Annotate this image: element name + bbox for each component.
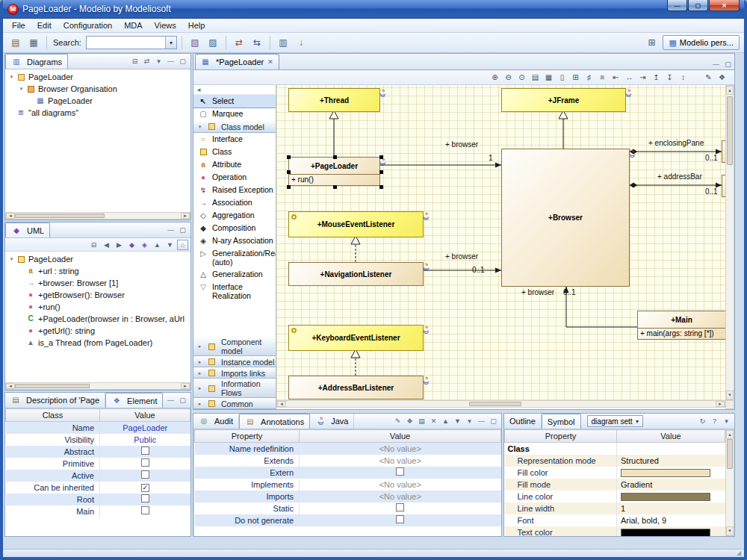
element-table-row-name[interactable]: NamePageLoader (6, 422, 190, 434)
diagrams-item-browser-organisation[interactable]: ▾Browser Organisation (5, 83, 190, 95)
diagrams-hscrollbar-right-arrow[interactable]: ► (181, 213, 190, 219)
grid-icon[interactable]: ⊞ (569, 72, 582, 84)
primitive-checkbox[interactable] (141, 458, 149, 467)
canvas-vscrollbar-thumb[interactable] (727, 96, 733, 165)
zoom-in-icon[interactable]: ⊕ (489, 72, 501, 84)
expander-icon[interactable]: ▾ (7, 74, 16, 80)
root-checkbox[interactable] (141, 494, 149, 503)
palette-item-generalization[interactable]: △Generalization (193, 268, 276, 281)
annotate-icon[interactable]: ✎ (392, 416, 403, 426)
diagrams-hscrollbar-thumb[interactable] (15, 214, 105, 218)
element-table-row-root[interactable]: Root (6, 494, 190, 505)
palette-item-attribute[interactable]: aAttribute (193, 158, 276, 171)
palette-item-interface-realization[interactable]: ▽Interface Realization (193, 281, 276, 302)
align-center-icon[interactable]: ↔ (623, 72, 636, 84)
uml-view-tab[interactable]: ◆ UML (5, 223, 50, 237)
palette-group-imports-links[interactable]: ▸Imports links (193, 367, 276, 379)
element-table-row-primitive[interactable]: Primitive (6, 458, 190, 470)
symbol-table-row-class[interactable]: Class (505, 443, 725, 455)
diagrams-hscrollbar-track[interactable] (15, 213, 181, 219)
menu-mda[interactable]: MDA (118, 19, 148, 31)
maximize-icon[interactable]: ▢ (177, 225, 188, 235)
uml-item-geturl-string[interactable]: ●+getUrl(): string (5, 325, 190, 337)
minimize-icon[interactable]: — (710, 59, 722, 69)
palette-item-generalization-realization-auto[interactable]: ▷Generalization/Realization (auto) (193, 247, 276, 268)
canvas-hscrollbar-left-arrow[interactable]: ◄ (277, 401, 286, 407)
selection-handle[interactable] (379, 185, 383, 189)
open-perspective-icon[interactable]: ⊞ (643, 35, 660, 50)
editor-tab-pageloader[interactable]: ▦ *PageLoader ✕ (195, 54, 279, 69)
canvas-hscrollbar-track[interactable] (286, 401, 716, 407)
palette-tool-marquee[interactable]: ▢Marquee (193, 108, 276, 120)
annotations-table-row-static[interactable]: Static (195, 503, 501, 514)
search-dropdown-icon[interactable]: ▼ (165, 37, 176, 49)
search-input[interactable] (87, 37, 165, 48)
zoom-fit-icon[interactable]: ⊙ (515, 72, 528, 84)
collapse-palette-icon[interactable]: ◄ (196, 87, 202, 93)
uml-item-getbrowser-browser[interactable]: ●+getBrowser(): Browser (5, 289, 190, 301)
zoom-out-icon[interactable]: ⊖ (502, 72, 515, 84)
view-menu-icon[interactable]: ▾ (153, 56, 164, 66)
open-diagram-icon[interactable]: ▨ (205, 35, 221, 50)
element-table-row-can-be-inherited[interactable]: Can be inherited✓ (6, 482, 190, 494)
expand-icon[interactable]: ▼ (452, 416, 463, 426)
expander-icon[interactable]: ▾ (7, 256, 16, 262)
diagram-settings-dropdown[interactable]: diagram sett ▼ (587, 415, 643, 427)
class-keyboardeventlistener[interactable]: +KeyboardEventListener (288, 325, 424, 351)
line-color-swatch[interactable] (621, 493, 710, 501)
minimize-icon[interactable]: — (476, 416, 487, 426)
element-table-row-active[interactable]: Active (6, 470, 190, 482)
close-editor-tab-icon[interactable]: ✕ (267, 58, 273, 66)
annotations-table-row-imports[interactable]: Imports<No value> (195, 491, 501, 503)
canvas-vscrollbar-up-arrow[interactable]: ▲ (726, 86, 734, 95)
menu-configuration[interactable]: Configuration (58, 19, 118, 31)
palette-group-information-flows[interactable]: ▸Information Flows (193, 379, 276, 398)
related-links-icon[interactable]: ◈ (139, 240, 150, 250)
bottom-tab-audit[interactable]: ◎Audit (193, 414, 239, 429)
close-button[interactable]: ✕ (709, 0, 740, 11)
active-checkbox[interactable] (141, 470, 149, 479)
menu-help[interactable]: Help (182, 19, 211, 31)
symbol-table-row-font[interactable]: FontArial, bold, 9 (505, 514, 725, 526)
palette-item-n-ary-association[interactable]: ◈N-ary Association (193, 234, 276, 247)
perspective-button[interactable]: ▦Modelio pers... (663, 35, 740, 50)
selection-handle[interactable] (333, 185, 337, 189)
fill-color-swatch[interactable] (621, 469, 710, 477)
selection-handle[interactable] (287, 155, 291, 159)
update-model-icon[interactable]: ⇄ (231, 35, 247, 50)
back-icon[interactable]: ◀ (101, 240, 112, 250)
palette-group-instance-model[interactable]: ▸Instance model (193, 356, 276, 367)
element-tab-element[interactable]: ❖Element (105, 393, 163, 408)
generate-code-icon[interactable]: ⇆ (249, 35, 265, 50)
uml-item-pageloader[interactable]: ▾PageLoader (5, 253, 190, 265)
maximize-icon[interactable]: ▢ (177, 395, 188, 405)
class-mouseeventlistener[interactable]: +MouseEventListener (288, 211, 424, 237)
diagrams-item-pageloader[interactable]: ▦PageLoader (5, 95, 190, 107)
bottom-tab-annotations[interactable]: ▤Annotations (239, 414, 310, 429)
palette-item-class[interactable]: Class (193, 146, 276, 158)
symbol-tab-symbol[interactable]: Symbol (542, 414, 581, 429)
symbol-table-row-text-color[interactable]: Text color (505, 526, 725, 537)
palette-item-operation[interactable]: ●Operation (193, 171, 276, 184)
diagram-canvas[interactable]: +Thread+JFrame+PageLoader+ run()+MouseEv… (276, 85, 725, 400)
symbol-vscrollbar[interactable]: ▲▼ (725, 429, 734, 536)
menu-views[interactable]: Views (149, 19, 182, 31)
do-not-generate-checkbox[interactable] (396, 515, 404, 523)
expander-icon[interactable]: ▾ (17, 86, 25, 92)
selection-handle[interactable] (379, 170, 383, 174)
palette-group-common[interactable]: ▸Common (193, 398, 276, 409)
view-menu-icon[interactable]: ▾ (721, 416, 732, 426)
collapse-all-icon[interactable]: ⊟ (88, 240, 99, 250)
abstract-checkbox[interactable] (141, 447, 149, 455)
element-table-row-abstract[interactable]: Abstract (6, 446, 190, 458)
snap-icon[interactable]: ♯ (583, 72, 595, 84)
canvas-vscrollbar-track[interactable] (726, 95, 734, 391)
uml-item-url-string[interactable]: a+url : string (5, 265, 190, 277)
minimize-icon[interactable]: — (165, 56, 176, 66)
collapse-icon[interactable]: ▲ (440, 416, 451, 426)
menu-edit[interactable]: Edit (31, 19, 58, 31)
class-browser[interactable]: +Browser (501, 149, 630, 287)
can-be-inherited-checkbox[interactable]: ✓ (141, 484, 149, 492)
delete-icon[interactable]: ✕ (428, 416, 439, 426)
sort-icon[interactable]: ↓ (293, 35, 309, 50)
